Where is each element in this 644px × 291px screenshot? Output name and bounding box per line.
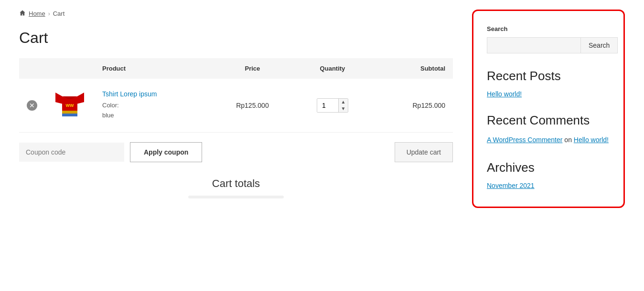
breadcrumb-home-link[interactable]: Home <box>29 10 45 17</box>
col-remove-header <box>19 58 45 79</box>
apply-coupon-button[interactable]: Apply coupon <box>130 142 202 162</box>
product-link[interactable]: Tshirt Lorep ipsum <box>102 90 157 98</box>
product-name: Tshirt Lorep ipsum <box>102 90 204 98</box>
recent-post-link[interactable]: Hello world! <box>487 90 610 98</box>
remove-item-button[interactable]: ✕ <box>27 100 37 111</box>
cart-table: Product Price Quantity Subtotal ✕ <box>19 58 453 133</box>
product-subtotal: Rp125.000 <box>412 102 445 109</box>
svg-text:WW: WW <box>66 103 74 108</box>
recent-comment: A WordPress Commenter on Hello world! <box>487 135 610 145</box>
breadcrumb-separator: › <box>48 10 50 17</box>
svg-rect-4 <box>62 114 77 116</box>
product-price: Rp125.000 <box>236 102 269 109</box>
coupon-input[interactable] <box>19 143 124 162</box>
sidebar-recent-comments-heading: Recent Comments <box>487 113 610 128</box>
main-content: Home › Cart Cart Product Price Quantity … <box>19 10 453 208</box>
col-price-header: Price <box>212 58 293 79</box>
recent-posts-list: Hello world! <box>487 90 610 98</box>
sidebar-search-input[interactable] <box>487 37 581 53</box>
comment-post-link[interactable]: Hello world! <box>574 136 609 144</box>
breadcrumb: Home › Cart <box>19 10 453 18</box>
product-meta: Color:blue <box>102 101 204 121</box>
archives-list: November 2021 <box>487 182 610 189</box>
update-cart-button[interactable]: Update cart <box>395 142 453 162</box>
sidebar-search-label: Search <box>487 25 610 32</box>
home-icon <box>19 10 26 18</box>
quantity-up-button[interactable]: ▲ <box>339 99 348 105</box>
quantity-spinners: ▲ ▼ <box>338 99 348 112</box>
cart-totals-bar <box>188 196 284 198</box>
archive-link[interactable]: November 2021 <box>487 182 610 189</box>
quantity-input[interactable] <box>317 99 338 112</box>
sidebar-search-button[interactable]: Search <box>581 37 618 53</box>
comment-author-link[interactable]: A WordPress Commenter <box>487 136 562 144</box>
col-qty-header: Quantity <box>293 58 372 79</box>
col-image-header <box>45 58 95 79</box>
svg-rect-3 <box>62 111 77 114</box>
quantity-down-button[interactable]: ▼ <box>339 105 348 112</box>
cart-actions: Apply coupon Update cart <box>19 142 453 162</box>
search-row: Search <box>487 37 610 53</box>
quantity-wrapper: ▲ ▼ <box>317 98 349 113</box>
recent-comments-list: A WordPress Commenter on Hello world! <box>487 135 610 145</box>
col-subtotal-header: Subtotal <box>372 58 453 79</box>
sidebar-recent-comments-section: Recent Comments A WordPress Commenter on… <box>487 113 610 145</box>
sidebar: Search Search Recent Posts Hello world! … <box>472 10 625 208</box>
sidebar-recent-posts-section: Recent Posts Hello world! <box>487 69 610 98</box>
col-product-header: Product <box>95 58 212 79</box>
cart-totals-title: Cart totals <box>19 177 453 190</box>
sidebar-recent-posts-heading: Recent Posts <box>487 69 610 83</box>
cart-row: ✕ WW <box>19 79 453 133</box>
cart-totals-section: Cart totals <box>19 177 453 198</box>
page-title: Cart <box>19 29 453 47</box>
breadcrumb-current: Cart <box>53 10 65 17</box>
sidebar-archives-section: Archives November 2021 <box>487 160 610 189</box>
sidebar-search-section: Search Search <box>487 25 610 53</box>
sidebar-archives-heading: Archives <box>487 160 610 175</box>
product-image: WW <box>53 86 87 125</box>
